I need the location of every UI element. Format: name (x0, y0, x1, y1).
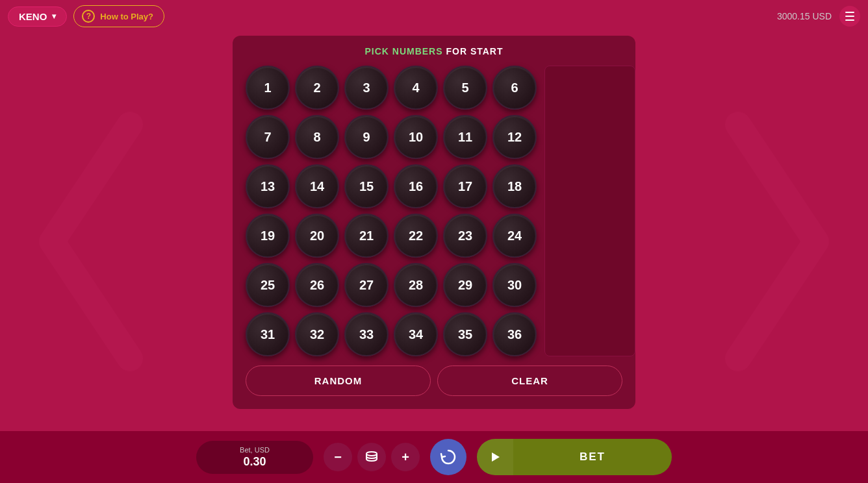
menu-line-2 (845, 16, 854, 17)
number-ball-23[interactable]: 23 (443, 214, 487, 258)
balance-amount: 3000.15 (777, 11, 810, 21)
number-ball-33[interactable]: 33 (344, 312, 389, 356)
number-ball-10[interactable]: 10 (394, 115, 438, 159)
number-ball-3[interactable]: 3 (344, 66, 389, 110)
number-ball-8[interactable]: 8 (295, 115, 339, 159)
number-ball-29[interactable]: 29 (443, 263, 487, 307)
top-nav: KENO ▾ ? How to Play? 3000.15 USD (0, 0, 868, 32)
number-ball-6[interactable]: 6 (492, 66, 537, 110)
bet-controls: − + (324, 443, 420, 471)
number-ball-4[interactable]: 4 (394, 66, 438, 110)
number-ball-20[interactable]: 20 (295, 214, 339, 258)
pick-title: PICK NUMBERS FOR START (246, 46, 622, 56)
bet-area: Bet, USD 0.30 (196, 441, 313, 474)
menu-line-1 (845, 12, 854, 13)
pick-title-green: PICK NUMBERS (364, 46, 442, 56)
number-grid: 1234567891011121314151617181920212223242… (246, 66, 537, 356)
bet-value: 0.30 (207, 455, 303, 469)
number-ball-9[interactable]: 9 (344, 115, 389, 159)
action-buttons: RANDOM CLEAR (246, 365, 622, 396)
svg-marker-1 (492, 452, 500, 462)
how-to-play-button[interactable]: ? How to Play? (73, 5, 164, 27)
bet-play-label: BET (513, 451, 672, 464)
menu-line-3 (845, 19, 854, 21)
bet-play-button[interactable]: BET (477, 439, 672, 475)
number-ball-17[interactable]: 17 (443, 164, 487, 208)
bet-label: Bet, USD (207, 446, 303, 454)
number-ball-11[interactable]: 11 (443, 115, 487, 159)
number-ball-7[interactable]: 7 (246, 115, 290, 159)
number-ball-14[interactable]: 14 (295, 164, 339, 208)
main-content: PICK NUMBERS FOR START 12345678910111213… (233, 36, 635, 409)
bg-chevron-left (19, 112, 162, 371)
number-ball-19[interactable]: 19 (246, 214, 290, 258)
random-button[interactable]: RANDOM (246, 365, 431, 396)
bet-minus-button[interactable]: − (324, 443, 352, 471)
play-icon (489, 451, 502, 464)
nav-right: 3000.15 USD (777, 6, 860, 27)
side-panel (544, 66, 635, 356)
bet-plus-button[interactable]: + (391, 443, 420, 471)
bg-chevron-right (706, 112, 849, 371)
game-panel: PICK NUMBERS FOR START 12345678910111213… (233, 36, 635, 409)
how-to-play-label: How to Play? (100, 12, 153, 21)
number-ball-16[interactable]: 16 (394, 164, 438, 208)
number-ball-24[interactable]: 24 (492, 214, 537, 258)
number-ball-31[interactable]: 31 (246, 312, 290, 356)
number-ball-1[interactable]: 1 (246, 66, 290, 110)
number-ball-36[interactable]: 36 (492, 312, 537, 356)
balance-display: 3000.15 USD (777, 10, 832, 22)
clear-button[interactable]: CLEAR (437, 365, 622, 396)
chevron-down-icon: ▾ (52, 12, 56, 21)
stack-icon (364, 450, 379, 464)
number-ball-13[interactable]: 13 (246, 164, 290, 208)
number-ball-2[interactable]: 2 (295, 66, 339, 110)
number-ball-34[interactable]: 34 (394, 312, 438, 356)
game-selector-label: KENO (19, 11, 47, 22)
nav-left: KENO ▾ ? How to Play? (8, 5, 164, 27)
number-ball-27[interactable]: 27 (344, 263, 389, 307)
number-ball-5[interactable]: 5 (443, 66, 487, 110)
number-ball-18[interactable]: 18 (492, 164, 537, 208)
number-ball-28[interactable]: 28 (394, 263, 438, 307)
game-area: 1234567891011121314151617181920212223242… (246, 66, 622, 356)
number-ball-21[interactable]: 21 (344, 214, 389, 258)
number-ball-12[interactable]: 12 (492, 115, 537, 159)
number-ball-15[interactable]: 15 (344, 164, 389, 208)
number-ball-35[interactable]: 35 (443, 312, 487, 356)
number-ball-25[interactable]: 25 (246, 263, 290, 307)
menu-button[interactable] (839, 6, 860, 27)
number-ball-32[interactable]: 32 (295, 312, 339, 356)
pick-title-white: FOR START (443, 46, 504, 56)
autoplay-icon (440, 449, 457, 465)
bottom-bar: Bet, USD 0.30 − + BET (0, 431, 868, 483)
play-icon-area (477, 439, 513, 475)
svg-point-0 (366, 452, 377, 456)
autoplay-button[interactable] (430, 439, 466, 475)
help-icon: ? (82, 10, 95, 23)
number-ball-30[interactable]: 30 (492, 263, 537, 307)
balance-currency: USD (810, 11, 832, 21)
number-ball-26[interactable]: 26 (295, 263, 339, 307)
number-ball-22[interactable]: 22 (394, 214, 438, 258)
bet-stack-button[interactable] (357, 443, 386, 471)
game-selector[interactable]: KENO ▾ (8, 6, 67, 27)
